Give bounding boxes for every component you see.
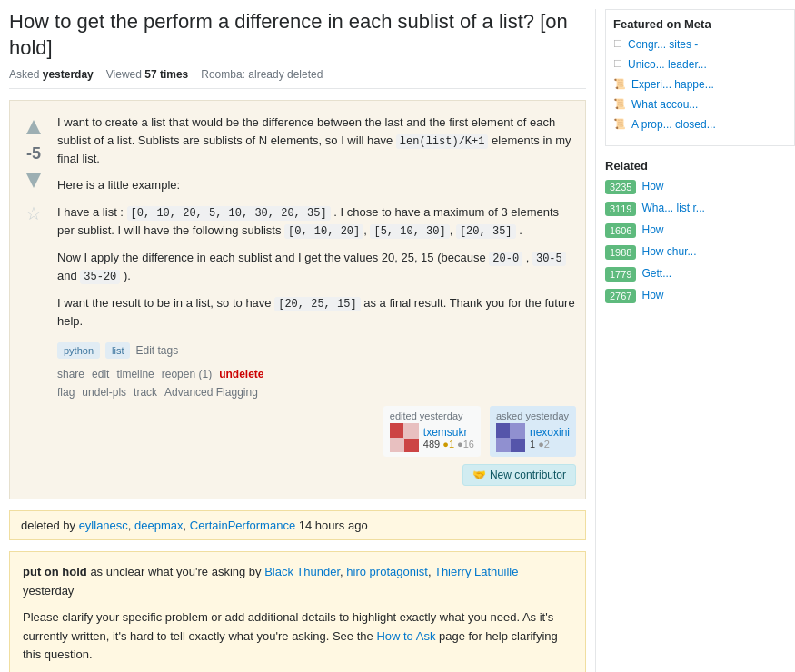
editor-info: edited yesterday txemsukr 489 <box>57 406 576 457</box>
body-p2: Here is a little example: <box>57 176 576 194</box>
related-score-3: 1606 <box>605 223 636 238</box>
related-link-5[interactable]: Gett... <box>641 267 671 282</box>
related-score-5: 1779 <box>605 267 636 282</box>
question-area: -5 ☆ I want to create a list that would … <box>17 110 576 489</box>
edit-link[interactable]: edit <box>92 368 109 380</box>
deleter-link-2[interactable]: deepmax <box>134 519 183 532</box>
asked-label: asked yesterday <box>496 410 570 421</box>
deleter-link-3[interactable]: CertainPerformance <box>190 519 295 532</box>
related-title: Related <box>605 159 795 173</box>
related-item-5: 1779 Gett... <box>605 267 795 282</box>
featured-item-3[interactable]: 📜 Experi... happe... <box>613 78 787 91</box>
vote-count: -5 <box>26 144 41 163</box>
edited-label: edited yesterday <box>390 410 474 421</box>
deleter-link-1[interactable]: eyllanesc <box>79 519 128 532</box>
question-title: How to get the perform a difference in e… <box>9 9 586 61</box>
featured-item-4[interactable]: 📜 What accou... <box>613 98 787 111</box>
share-link[interactable]: share <box>57 368 84 380</box>
new-contributor-label: New contributor <box>490 469 566 481</box>
related-score-4: 1988 <box>605 245 636 260</box>
body-p4: Now I apply the difference in each subli… <box>57 249 576 285</box>
asker-name[interactable]: nexoxini <box>530 426 570 439</box>
related-item-6: 2767 How <box>605 289 795 303</box>
related-link-1[interactable]: How <box>641 180 663 194</box>
featured-item-1[interactable]: ☐ Congr... sites - <box>613 38 787 51</box>
featured-title: Featured on Meta <box>613 17 787 31</box>
related-item-2: 3119 Wha... list r... <box>605 202 795 216</box>
timeline-link[interactable]: timeline <box>116 368 154 380</box>
post-actions-2: flag undel-pls track Advanced Flagging <box>57 386 576 399</box>
body-p1: I want to create a list that would be th… <box>57 114 576 167</box>
upvote-button[interactable] <box>20 114 47 141</box>
question-block: -5 ☆ I want to create a list that would … <box>9 100 586 499</box>
featured-item-2[interactable]: ☐ Unico... leader... <box>613 58 787 71</box>
new-contributor-badge: 🤝 New contributor <box>462 464 576 486</box>
vote-cell: -5 ☆ <box>17 110 50 489</box>
on-hold-text: put on hold <box>23 565 87 578</box>
checkbox-icon-2: ☐ <box>613 58 622 70</box>
deleted-notice: deleted by eyllanesc, deepmax, CertainPe… <box>9 510 586 540</box>
asked-card: asked yesterday nexoxini 1 <box>490 406 576 457</box>
related-link-3[interactable]: How <box>641 223 663 238</box>
thierry-link[interactable]: Thierry Lathuille <box>434 565 519 578</box>
related-link-4[interactable]: How chur... <box>641 245 696 260</box>
featured-item-5[interactable]: 📜 A prop... closed... <box>613 118 787 131</box>
asker-rep: 1 ●2 <box>530 439 570 450</box>
editor-name[interactable]: txemsukr <box>423 426 474 439</box>
related-link-2[interactable]: Wha... list r... <box>641 202 704 216</box>
edited-card: edited yesterday txemsukr 489 <box>383 406 481 457</box>
on-hold-notice: put on hold as unclear what you're askin… <box>9 551 586 672</box>
post-actions: share edit timeline reopen (1) undelete <box>57 368 576 380</box>
tag-list[interactable]: list <box>105 342 130 359</box>
asker-avatar <box>496 423 525 452</box>
related-box: Related 3235 How 3119 Wha... list r... 1… <box>605 159 795 303</box>
scroll-icon-1: 📜 <box>613 78 626 90</box>
tag-python[interactable]: python <box>57 342 100 359</box>
scroll-icon-2: 📜 <box>613 98 626 110</box>
advanced-flagging-link[interactable]: Advanced Flagging <box>164 386 258 399</box>
undelete-link[interactable]: undelete <box>219 368 263 380</box>
downvote-button[interactable] <box>20 167 47 194</box>
favorite-button[interactable]: ☆ <box>20 200 47 227</box>
hiro-link[interactable]: hiro protagonist <box>346 565 428 578</box>
tags-row: python list Edit tags <box>57 342 576 359</box>
scroll-icon-3: 📜 <box>613 118 626 130</box>
related-item-3: 1606 How <box>605 223 795 238</box>
related-score-6: 2767 <box>605 289 636 303</box>
related-score-2: 3119 <box>605 202 636 216</box>
on-hold-p1: Please clarify your specific problem or … <box>23 608 572 665</box>
edit-tags-link[interactable]: Edit tags <box>135 344 178 357</box>
related-score-1: 3235 <box>605 180 636 194</box>
track-link[interactable]: track <box>134 386 157 399</box>
how-to-ask-link[interactable]: How to Ask <box>376 629 435 643</box>
related-link-6[interactable]: How <box>641 289 663 303</box>
editor-rep: 489 ●1 ●16 <box>423 439 474 450</box>
body-p5: I want the result to be in a list, so to… <box>57 294 576 331</box>
new-contributor-icon: 🤝 <box>472 469 486 481</box>
sidebar: Featured on Meta ☐ Congr... sites - ☐ Un… <box>595 9 795 672</box>
question-meta: Asked yesterday Viewed 57 times Roomba: … <box>9 68 586 89</box>
editor-avatar <box>390 423 419 452</box>
roomba-meta: Roomba: already deleted <box>201 68 323 81</box>
reopen-link[interactable]: reopen (1) <box>162 368 212 380</box>
featured-box: Featured on Meta ☐ Congr... sites - ☐ Un… <box>605 9 795 146</box>
related-item-4: 1988 How chur... <box>605 245 795 260</box>
related-item-1: 3235 How <box>605 180 795 194</box>
viewed-meta: Viewed 57 times <box>106 68 189 81</box>
body-p3: I have a list : [0, 10, 20, 5, 10, 30, 2… <box>57 203 576 240</box>
black-thunder-link[interactable]: Black Thunder <box>264 565 340 578</box>
asked-meta: Asked yesterday <box>9 68 94 81</box>
checkbox-icon-1: ☐ <box>613 38 622 50</box>
post-body: I want to create a list that would be th… <box>50 110 576 489</box>
undel-pls-link[interactable]: undel-pls <box>82 386 126 399</box>
flag-link[interactable]: flag <box>57 386 75 399</box>
